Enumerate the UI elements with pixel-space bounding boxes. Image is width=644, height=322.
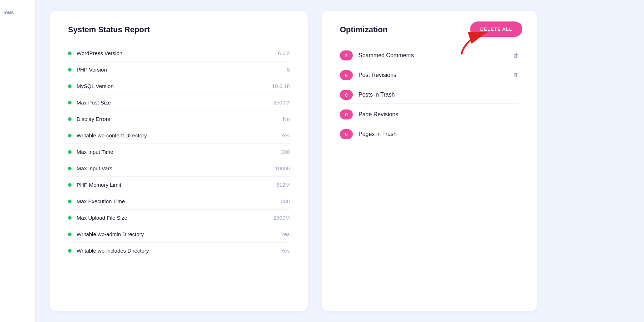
status-item: Writable wp-content Directory Yes [68,127,290,144]
status-value: Yes [281,248,290,254]
status-item: MySQL Version 10.6.18 [68,78,290,94]
status-item: Max Upload File Size 2500M [68,210,290,226]
opt-item: 0 Page Revisions [340,106,519,123]
status-item-left: Max Input Time [68,149,113,155]
status-label: Max Input Time [77,149,113,155]
sidebar-label: IONS [4,7,14,19]
sidebar: IONS [0,0,36,322]
status-value: 10.6.18 [272,83,290,89]
status-item-left: MySQL Version [68,83,114,89]
status-item-left: Max Input Vars [68,165,112,171]
status-dot [68,150,72,154]
status-label: Max Post Size [77,99,111,106]
status-item: Max Input Vars 10000 [68,160,290,177]
status-value: 8 [287,67,290,73]
status-dot [68,183,72,187]
count-badge: 0 [340,90,353,100]
status-label: Writable wp-admin Directory [77,231,144,237]
trash-icon[interactable]: 🗑 [513,52,519,59]
status-label: Max Upload File Size [77,215,127,221]
status-dot [68,101,72,104]
status-label: Max Execution Time [77,198,125,204]
status-item-left: PHP Version [68,67,107,73]
count-badge: 2 [340,50,353,60]
status-item-left: PHP Memory Limit [68,182,121,188]
opt-item-label: Posts in Trash [358,92,519,98]
opt-item-label: Page Revisions [358,111,519,118]
status-item: PHP Version 8 [68,62,290,78]
status-list: WordPress Version 6.6.2 PHP Version 8 My… [68,45,290,259]
system-status-panel: System Status Report WordPress Version 6… [50,11,308,311]
status-value: Yes [281,132,290,138]
optimization-panel: Optimization DELETE ALL 2 Spammed Commen… [322,11,537,311]
status-dot [68,233,72,236]
status-label: Display Errors [77,116,110,122]
status-label: WordPress Version [77,50,122,56]
status-item: Writable wp-admin Directory Yes [68,226,290,243]
status-dot [68,200,72,203]
status-item: Writable wp-includes Directory Yes [68,243,290,259]
status-dot [68,249,72,253]
status-value: Yes [281,231,290,237]
status-dot [68,117,72,121]
status-item-left: Max Execution Time [68,198,125,204]
optimization-list: 2 Spammed Comments 🗑 6 Post Revisions 🗑 … [340,47,519,143]
status-item-left: Display Errors [68,116,110,122]
opt-item-label: Pages in Trash [358,131,519,137]
status-item-left: Writable wp-admin Directory [68,231,144,237]
status-value: 300 [281,198,290,204]
trash-icon[interactable]: 🗑 [513,72,519,78]
status-label: Writable wp-content Directory [77,132,147,138]
status-value: 2500M [273,99,290,106]
status-item-left: WordPress Version [68,50,122,56]
status-label: MySQL Version [77,83,114,89]
status-value: 2500M [273,215,290,221]
opt-item-label: Post Revisions [358,72,507,78]
opt-item: 0 Posts in Trash [340,86,519,104]
count-badge: 6 [340,70,353,80]
status-dot [68,134,72,137]
status-dot [68,167,72,170]
status-value: 512M [276,182,290,188]
status-item-left: Max Post Size [68,99,111,106]
status-item: Display Errors No [68,111,290,127]
status-label: PHP Memory Limit [77,182,121,188]
status-value: No [283,116,290,122]
status-item-left: Max Upload File Size [68,215,127,221]
status-item: PHP Memory Limit 512M [68,177,290,193]
status-item: WordPress Version 6.6.2 [68,45,290,62]
count-badge: 0 [340,129,353,139]
status-dot [68,216,72,220]
status-dot [68,52,72,55]
status-dot [68,68,72,72]
status-label: Max Input Vars [77,165,112,171]
arrow-annotation [458,29,494,59]
status-item: Max Post Size 2500M [68,94,290,111]
status-item-left: Writable wp-content Directory [68,132,147,138]
main-content: System Status Report WordPress Version 6… [36,0,644,322]
status-item: Max Execution Time 300 [68,193,290,210]
status-dot [68,84,72,88]
status-item: Max Input Time 300 [68,144,290,160]
status-label: PHP Version [77,67,107,73]
status-value: 6.6.2 [278,50,290,56]
count-badge: 0 [340,109,353,119]
status-item-left: Writable wp-includes Directory [68,248,149,254]
status-value: 10000 [275,165,290,171]
opt-item: 0 Pages in Trash [340,126,519,143]
system-status-title: System Status Report [68,25,290,34]
status-value: 300 [281,149,290,155]
opt-item: 6 Post Revisions 🗑 [340,67,519,84]
status-label: Writable wp-includes Directory [77,248,149,254]
